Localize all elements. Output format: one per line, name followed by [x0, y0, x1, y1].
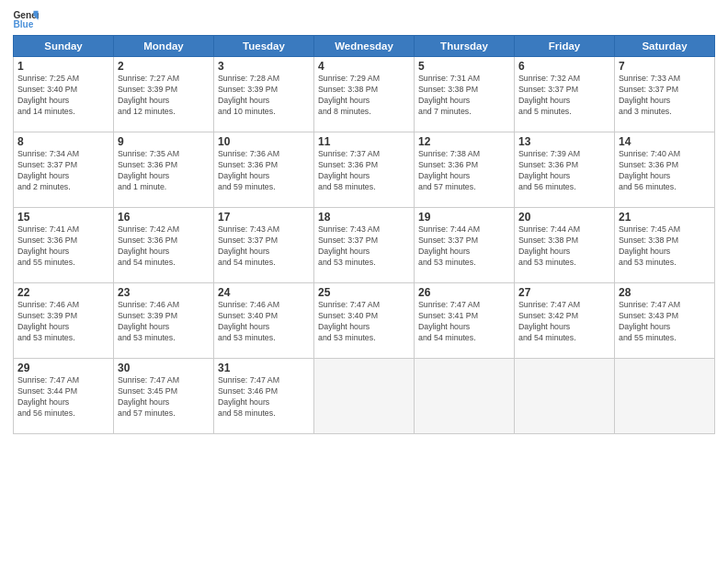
- cell-text: Sunrise: 7:41 AM Sunset: 3:36 PM Dayligh…: [17, 224, 109, 269]
- calendar-cell: 27 Sunrise: 7:47 AM Sunset: 3:42 PM Dayl…: [515, 283, 615, 359]
- calendar-cell: 16 Sunrise: 7:42 AM Sunset: 3:36 PM Dayl…: [114, 208, 214, 283]
- day-number: 5: [418, 60, 510, 73]
- calendar-cell: 20 Sunrise: 7:44 AM Sunset: 3:38 PM Dayl…: [515, 208, 615, 283]
- day-number: 22: [17, 286, 109, 299]
- day-header-wednesday: Wednesday: [314, 36, 415, 57]
- day-number: 20: [518, 211, 610, 224]
- cell-text: Sunrise: 7:44 AM Sunset: 3:38 PM Dayligh…: [518, 224, 610, 269]
- cell-text: Sunrise: 7:25 AM Sunset: 3:40 PM Dayligh…: [17, 74, 109, 118]
- calendar-cell: 7 Sunrise: 7:33 AM Sunset: 3:37 PM Dayli…: [615, 57, 715, 132]
- day-number: 26: [418, 286, 510, 299]
- day-number: 29: [17, 362, 109, 374]
- cell-text: Sunrise: 7:47 AM Sunset: 3:44 PM Dayligh…: [17, 375, 109, 419]
- cell-text: Sunrise: 7:34 AM Sunset: 3:37 PM Dayligh…: [17, 149, 109, 193]
- day-number: 27: [518, 286, 610, 299]
- calendar-cell: 12 Sunrise: 7:38 AM Sunset: 3:36 PM Dayl…: [415, 132, 515, 208]
- day-header-tuesday: Tuesday: [214, 36, 314, 57]
- day-number: 11: [318, 135, 410, 148]
- calendar-cell: 24 Sunrise: 7:46 AM Sunset: 3:40 PM Dayl…: [214, 283, 314, 359]
- cell-text: Sunrise: 7:43 AM Sunset: 3:37 PM Dayligh…: [318, 224, 410, 269]
- calendar-cell: 26 Sunrise: 7:47 AM Sunset: 3:41 PM Dayl…: [415, 283, 515, 359]
- day-header-friday: Friday: [515, 36, 615, 57]
- day-number: 23: [118, 286, 210, 299]
- calendar-cell: 14 Sunrise: 7:40 AM Sunset: 3:36 PM Dayl…: [615, 132, 715, 208]
- calendar-cell: 9 Sunrise: 7:35 AM Sunset: 3:36 PM Dayli…: [114, 132, 214, 208]
- day-number: 28: [619, 286, 711, 299]
- cell-text: Sunrise: 7:29 AM Sunset: 3:38 PM Dayligh…: [318, 74, 410, 118]
- calendar-cell: 21 Sunrise: 7:45 AM Sunset: 3:38 PM Dayl…: [615, 208, 715, 283]
- cell-text: Sunrise: 7:47 AM Sunset: 3:42 PM Dayligh…: [518, 300, 610, 344]
- cell-text: Sunrise: 7:28 AM Sunset: 3:39 PM Dayligh…: [218, 74, 310, 118]
- cell-text: Sunrise: 7:47 AM Sunset: 3:46 PM Dayligh…: [218, 375, 310, 419]
- day-number: 8: [17, 135, 109, 148]
- day-number: 15: [17, 211, 109, 224]
- cell-text: Sunrise: 7:45 AM Sunset: 3:38 PM Dayligh…: [619, 224, 711, 269]
- day-number: 3: [218, 60, 310, 73]
- calendar-cell: 22 Sunrise: 7:46 AM Sunset: 3:39 PM Dayl…: [14, 283, 114, 359]
- cell-text: Sunrise: 7:39 AM Sunset: 3:36 PM Dayligh…: [518, 149, 610, 193]
- day-number: 13: [518, 135, 610, 148]
- day-number: 17: [218, 211, 310, 224]
- calendar-cell: 5 Sunrise: 7:31 AM Sunset: 3:38 PM Dayli…: [415, 57, 515, 132]
- calendar-cell: [615, 359, 715, 434]
- day-header-thursday: Thursday: [415, 36, 515, 57]
- calendar-table: SundayMondayTuesdayWednesdayThursdayFrid…: [13, 35, 715, 434]
- calendar-cell: 19 Sunrise: 7:44 AM Sunset: 3:37 PM Dayl…: [415, 208, 515, 283]
- cell-text: Sunrise: 7:46 AM Sunset: 3:40 PM Dayligh…: [218, 300, 310, 344]
- calendar-cell: [415, 359, 515, 434]
- logo-icon: General Blue: [13, 9, 39, 29]
- calendar-cell: 31 Sunrise: 7:47 AM Sunset: 3:46 PM Dayl…: [214, 359, 314, 434]
- day-number: 30: [118, 362, 210, 374]
- day-number: 12: [418, 135, 510, 148]
- cell-text: Sunrise: 7:47 AM Sunset: 3:43 PM Dayligh…: [619, 300, 711, 344]
- day-number: 6: [518, 60, 610, 73]
- calendar-cell: 10 Sunrise: 7:36 AM Sunset: 3:36 PM Dayl…: [214, 132, 314, 208]
- logo: General Blue: [13, 9, 39, 29]
- cell-text: Sunrise: 7:47 AM Sunset: 3:40 PM Dayligh…: [318, 300, 410, 344]
- day-number: 7: [619, 60, 711, 73]
- header-row: General Blue: [13, 9, 715, 29]
- day-number: 31: [218, 362, 310, 374]
- day-number: 24: [218, 286, 310, 299]
- calendar-cell: [314, 359, 415, 434]
- calendar-cell: 15 Sunrise: 7:41 AM Sunset: 3:36 PM Dayl…: [14, 208, 114, 283]
- day-number: 4: [318, 60, 410, 73]
- day-number: 1: [17, 60, 109, 73]
- cell-text: Sunrise: 7:47 AM Sunset: 3:45 PM Dayligh…: [118, 375, 210, 419]
- cell-text: Sunrise: 7:38 AM Sunset: 3:36 PM Dayligh…: [418, 149, 510, 193]
- day-header-sunday: Sunday: [14, 36, 114, 57]
- cell-text: Sunrise: 7:35 AM Sunset: 3:36 PM Dayligh…: [118, 149, 210, 193]
- cell-text: Sunrise: 7:46 AM Sunset: 3:39 PM Dayligh…: [118, 300, 210, 344]
- day-number: 14: [619, 135, 711, 148]
- calendar-cell: 23 Sunrise: 7:46 AM Sunset: 3:39 PM Dayl…: [114, 283, 214, 359]
- cell-text: Sunrise: 7:43 AM Sunset: 3:37 PM Dayligh…: [218, 224, 310, 269]
- cell-text: Sunrise: 7:32 AM Sunset: 3:37 PM Dayligh…: [518, 74, 610, 118]
- cell-text: Sunrise: 7:31 AM Sunset: 3:38 PM Dayligh…: [418, 74, 510, 118]
- calendar-cell: 1 Sunrise: 7:25 AM Sunset: 3:40 PM Dayli…: [14, 57, 114, 132]
- day-number: 25: [318, 286, 410, 299]
- cell-text: Sunrise: 7:36 AM Sunset: 3:36 PM Dayligh…: [218, 149, 310, 193]
- calendar-cell: 18 Sunrise: 7:43 AM Sunset: 3:37 PM Dayl…: [314, 208, 415, 283]
- calendar-cell: 11 Sunrise: 7:37 AM Sunset: 3:36 PM Dayl…: [314, 132, 415, 208]
- calendar-cell: 25 Sunrise: 7:47 AM Sunset: 3:40 PM Dayl…: [314, 283, 415, 359]
- day-header-monday: Monday: [114, 36, 214, 57]
- day-header-saturday: Saturday: [615, 36, 715, 57]
- calendar-cell: 17 Sunrise: 7:43 AM Sunset: 3:37 PM Dayl…: [214, 208, 314, 283]
- calendar-cell: 29 Sunrise: 7:47 AM Sunset: 3:44 PM Dayl…: [14, 359, 114, 434]
- cell-text: Sunrise: 7:46 AM Sunset: 3:39 PM Dayligh…: [17, 300, 109, 344]
- cell-text: Sunrise: 7:37 AM Sunset: 3:36 PM Dayligh…: [318, 149, 410, 193]
- calendar-cell: 4 Sunrise: 7:29 AM Sunset: 3:38 PM Dayli…: [314, 57, 415, 132]
- calendar-cell: 6 Sunrise: 7:32 AM Sunset: 3:37 PM Dayli…: [515, 57, 615, 132]
- calendar-cell: 28 Sunrise: 7:47 AM Sunset: 3:43 PM Dayl…: [615, 283, 715, 359]
- day-number: 2: [118, 60, 210, 73]
- calendar-container: General Blue SundayMondayTuesdayWednesda…: [0, 0, 728, 442]
- cell-text: Sunrise: 7:42 AM Sunset: 3:36 PM Dayligh…: [118, 224, 210, 269]
- day-number: 19: [418, 211, 510, 224]
- day-number: 16: [118, 211, 210, 224]
- day-number: 10: [218, 135, 310, 148]
- cell-text: Sunrise: 7:33 AM Sunset: 3:37 PM Dayligh…: [619, 74, 711, 118]
- cell-text: Sunrise: 7:44 AM Sunset: 3:37 PM Dayligh…: [418, 224, 510, 269]
- calendar-cell: 8 Sunrise: 7:34 AM Sunset: 3:37 PM Dayli…: [14, 132, 114, 208]
- calendar-cell: 30 Sunrise: 7:47 AM Sunset: 3:45 PM Dayl…: [114, 359, 214, 434]
- svg-text:Blue: Blue: [13, 19, 33, 29]
